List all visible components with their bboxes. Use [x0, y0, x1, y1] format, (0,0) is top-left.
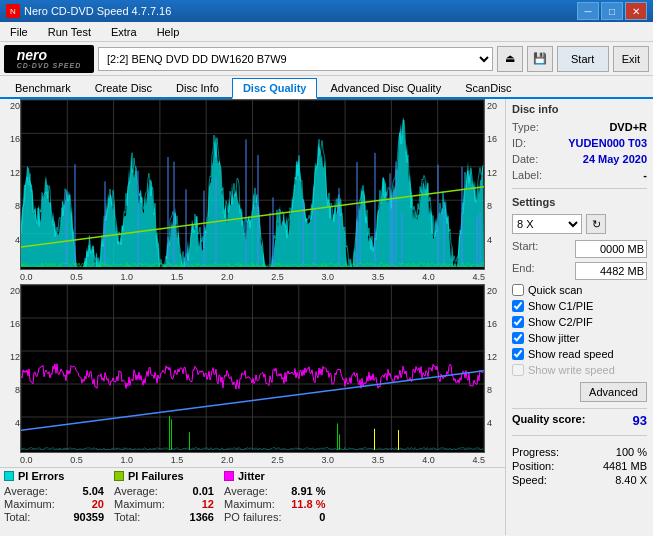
- title-text: Nero CD-DVD Speed 4.7.7.16: [24, 5, 171, 17]
- charts-stats-area: 20 16 12 8 4 20 16 12 8 4: [0, 99, 505, 535]
- progress-label: Progress:: [512, 446, 559, 458]
- menu-help[interactable]: Help: [151, 24, 186, 40]
- show-write-speed-row: Show write speed: [512, 364, 647, 376]
- disc-label-value: -: [643, 169, 647, 181]
- end-row: End:: [512, 262, 647, 280]
- maximize-button[interactable]: □: [601, 2, 623, 20]
- disc-date-row: Date: 24 May 2020: [512, 153, 647, 165]
- disc-date-value: 24 May 2020: [583, 153, 647, 165]
- top-chart-wrapper: 20 16 12 8 4 20 16 12 8 4: [0, 99, 505, 284]
- save-button[interactable]: 💾: [527, 46, 553, 72]
- tab-advanced-disc-quality[interactable]: Advanced Disc Quality: [319, 78, 452, 97]
- pi-failures-max-label: Maximum:: [114, 498, 165, 510]
- show-jitter-label: Show jitter: [528, 332, 579, 344]
- disc-id-label: ID:: [512, 137, 526, 149]
- speed-value: 8.40 X: [615, 474, 647, 486]
- show-c1-pie-row: Show C1/PIE: [512, 300, 647, 312]
- quality-score-row: Quality score: 93: [512, 408, 647, 428]
- exit-button[interactable]: Exit: [613, 46, 649, 72]
- refresh-button[interactable]: ↻: [586, 214, 606, 234]
- pi-errors-max-value: 20: [64, 498, 104, 510]
- start-input[interactable]: [575, 240, 647, 258]
- disc-type-row: Type: DVD+R: [512, 121, 647, 133]
- divider-1: [512, 188, 647, 189]
- pi-failures-max-value: 12: [174, 498, 214, 510]
- progress-value: 100 %: [616, 446, 647, 458]
- eject-button[interactable]: ⏏: [497, 46, 523, 72]
- top-chart-y-left: 20 16 12 8 4: [0, 99, 20, 270]
- app-icon: N: [6, 4, 20, 18]
- disc-info-title: Disc info: [512, 103, 647, 115]
- pi-failures-total-value: 1366: [174, 511, 214, 523]
- start-button[interactable]: Start: [557, 46, 609, 72]
- close-button[interactable]: ✕: [625, 2, 647, 20]
- tab-disc-quality[interactable]: Disc Quality: [232, 78, 318, 99]
- tab-benchmark[interactable]: Benchmark: [4, 78, 82, 97]
- speed-row-progress: Speed: 8.40 X: [512, 473, 647, 487]
- tab-create-disc[interactable]: Create Disc: [84, 78, 163, 97]
- drive-select[interactable]: [2:2] BENQ DVD DD DW1620 B7W9: [98, 47, 493, 71]
- disc-id-value: YUDEN000 T03: [568, 137, 647, 149]
- pi-errors-label: PI Errors: [18, 470, 64, 482]
- speed-select[interactable]: 8 X: [512, 214, 582, 234]
- jitter-color: [224, 471, 234, 481]
- pi-errors-color: [4, 471, 14, 481]
- menu-bar: File Run Test Extra Help: [0, 22, 653, 42]
- menu-file[interactable]: File: [4, 24, 34, 40]
- top-chart: [20, 99, 485, 270]
- pi-failures-color: [114, 471, 124, 481]
- divider-2: [512, 435, 647, 436]
- bottom-chart-wrapper: 20 16 12 8 4 20 16 12 8 4: [0, 284, 505, 467]
- progress-section: Progress: 100 % Position: 4481 MB Speed:…: [512, 445, 647, 487]
- menu-extra[interactable]: Extra: [105, 24, 143, 40]
- show-read-speed-checkbox[interactable]: [512, 348, 524, 360]
- minimize-button[interactable]: ─: [577, 2, 599, 20]
- jitter-avg-label: Average:: [224, 485, 268, 497]
- show-write-speed-label: Show write speed: [528, 364, 615, 376]
- jitter-max-label: Maximum:: [224, 498, 275, 510]
- show-write-speed-checkbox: [512, 364, 524, 376]
- start-row: Start:: [512, 240, 647, 258]
- bottom-chart: [20, 284, 485, 453]
- bottom-chart-y-right: 20 16 12 8 4: [485, 284, 505, 453]
- tab-disc-info[interactable]: Disc Info: [165, 78, 230, 97]
- quick-scan-checkbox[interactable]: [512, 284, 524, 296]
- jitter-label: Jitter: [238, 470, 265, 482]
- end-input[interactable]: [575, 262, 647, 280]
- show-read-speed-label: Show read speed: [528, 348, 614, 360]
- pi-errors-total-value: 90359: [64, 511, 104, 523]
- advanced-button[interactable]: Advanced: [580, 382, 647, 402]
- disc-date-label: Date:: [512, 153, 538, 165]
- jitter-avg-value: 8.91 %: [285, 485, 325, 497]
- show-c2-pif-checkbox[interactable]: [512, 316, 524, 328]
- end-label: End:: [512, 262, 535, 280]
- show-jitter-row: Show jitter: [512, 332, 647, 344]
- tab-scan-disc[interactable]: ScanDisc: [454, 78, 522, 97]
- pi-failures-avg-value: 0.01: [174, 485, 214, 497]
- progress-row: Progress: 100 %: [512, 445, 647, 459]
- pi-errors-avg-value: 5.04: [64, 485, 104, 497]
- menu-run-test[interactable]: Run Test: [42, 24, 97, 40]
- position-row: Position: 4481 MB: [512, 459, 647, 473]
- pi-errors-total-label: Total:: [4, 511, 30, 523]
- stats-area: PI Errors Average: 5.04 Maximum: 20 Tota…: [0, 467, 505, 535]
- right-panel: Disc info Type: DVD+R ID: YUDEN000 T03 D…: [505, 99, 653, 535]
- pi-failures-total-label: Total:: [114, 511, 140, 523]
- pi-errors-avg-label: Average:: [4, 485, 48, 497]
- quality-score-label: Quality score:: [512, 413, 585, 428]
- quick-scan-row: Quick scan: [512, 284, 647, 296]
- pi-failures-avg-label: Average:: [114, 485, 158, 497]
- pi-errors-max-label: Maximum:: [4, 498, 55, 510]
- title-bar: N Nero CD-DVD Speed 4.7.7.16 ─ □ ✕: [0, 0, 653, 22]
- jitter-po-label: PO failures:: [224, 511, 281, 523]
- pi-failures-group: PI Failures Average: 0.01 Maximum: 12 To…: [114, 470, 214, 533]
- jitter-po-value: 0: [285, 511, 325, 523]
- disc-label-row: Label: -: [512, 169, 647, 181]
- top-chart-canvas: [21, 100, 484, 267]
- pi-failures-label: PI Failures: [128, 470, 184, 482]
- show-c1-pie-checkbox[interactable]: [512, 300, 524, 312]
- jitter-group: Jitter Average: 8.91 % Maximum: 11.8 % P…: [224, 470, 325, 533]
- quality-score-value: 93: [633, 413, 647, 428]
- show-jitter-checkbox[interactable]: [512, 332, 524, 344]
- jitter-max-value: 11.8 %: [285, 498, 325, 510]
